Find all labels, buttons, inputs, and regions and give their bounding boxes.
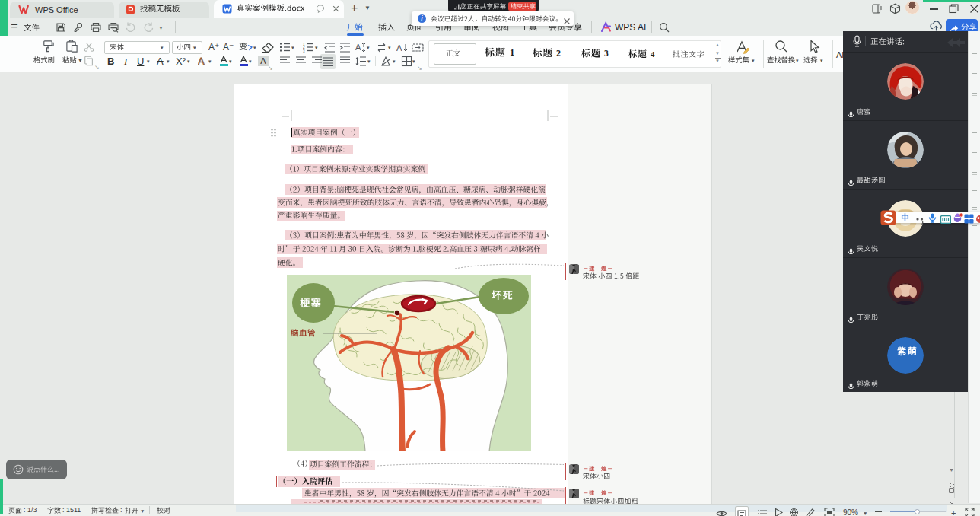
svg-text:A: A	[355, 43, 361, 52]
svg-text:3: 3	[303, 49, 305, 53]
svg-text:A: A	[396, 43, 402, 53]
svg-text:A: A	[198, 56, 205, 67]
